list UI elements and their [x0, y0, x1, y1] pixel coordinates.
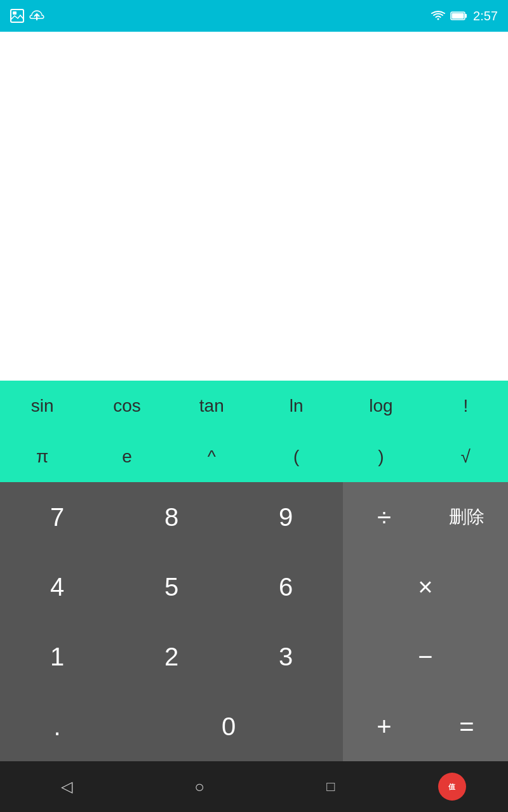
- btn-delete[interactable]: 删除: [425, 482, 508, 552]
- num-row-789: 7 8 9: [0, 482, 343, 552]
- svg-rect-0: [11, 10, 23, 22]
- btn-divide[interactable]: ÷: [343, 482, 425, 552]
- btn-8[interactable]: 8: [114, 482, 229, 552]
- log-button[interactable]: log: [338, 381, 423, 431]
- upload-icon: [29, 9, 44, 23]
- num-main-section: 7 8 9 4 5 6 1 2 3 . 0: [0, 482, 343, 761]
- ln-button[interactable]: ln: [254, 381, 338, 431]
- home-icon: [194, 777, 204, 797]
- svg-rect-4: [465, 14, 467, 18]
- gallery-icon: [10, 9, 24, 23]
- e-button[interactable]: e: [84, 431, 169, 482]
- scientific-keyboard: sin cos tan ln log ! π e ^ ( ) √: [0, 381, 508, 482]
- battery-icon: [450, 11, 468, 21]
- svg-rect-1: [13, 11, 17, 15]
- num-row-multiply: ×: [343, 552, 508, 622]
- recents-icon: [326, 778, 335, 795]
- back-icon: [61, 778, 72, 796]
- num-row-subtract: −: [343, 622, 508, 691]
- rparen-button[interactable]: ): [338, 431, 423, 482]
- sqrt-button[interactable]: √: [424, 431, 508, 482]
- btn-6[interactable]: 6: [229, 552, 343, 622]
- svg-rect-5: [452, 13, 464, 19]
- btn-dot[interactable]: .: [0, 691, 114, 761]
- btn-equals[interactable]: =: [425, 691, 508, 761]
- status-bar: 2:57: [0, 0, 508, 32]
- num-row-div-del: ÷ 删除: [343, 482, 508, 552]
- btn-4[interactable]: 4: [0, 552, 114, 622]
- brand-watermark: 值: [438, 773, 466, 801]
- factorial-button[interactable]: !: [424, 381, 508, 431]
- recents-button[interactable]: [307, 772, 354, 801]
- btn-2[interactable]: 2: [114, 622, 229, 691]
- tan-button[interactable]: tan: [170, 381, 254, 431]
- power-button[interactable]: ^: [170, 431, 254, 482]
- btn-5[interactable]: 5: [114, 552, 229, 622]
- btn-3[interactable]: 3: [229, 622, 343, 691]
- back-button[interactable]: [42, 771, 91, 802]
- cos-button[interactable]: cos: [84, 381, 169, 431]
- pi-button[interactable]: π: [0, 431, 84, 482]
- brand-text: 值: [448, 782, 455, 792]
- scientific-row-2: π e ^ ( ) √: [0, 431, 508, 482]
- btn-add[interactable]: +: [343, 691, 425, 761]
- wifi-icon: [431, 10, 445, 22]
- num-row-456: 4 5 6: [0, 552, 343, 622]
- num-row-add-eq: + =: [343, 691, 508, 761]
- btn-7[interactable]: 7: [0, 482, 114, 552]
- home-button[interactable]: [175, 771, 224, 803]
- btn-1[interactable]: 1: [0, 622, 114, 691]
- lparen-button[interactable]: (: [254, 431, 338, 482]
- display-area: [0, 32, 508, 381]
- btn-9[interactable]: 9: [229, 482, 343, 552]
- sin-button[interactable]: sin: [0, 381, 84, 431]
- num-row-dot-0: . 0: [0, 691, 343, 761]
- btn-multiply[interactable]: ×: [343, 552, 508, 622]
- numpad-area: 7 8 9 4 5 6 1 2 3 . 0 ÷ 删除 ×: [0, 482, 508, 761]
- num-row-123: 1 2 3: [0, 622, 343, 691]
- clock-time: 2:57: [473, 9, 498, 23]
- num-ops-section: ÷ 删除 × − + =: [343, 482, 508, 761]
- nav-bar: 值: [0, 761, 508, 812]
- btn-0[interactable]: 0: [114, 691, 343, 761]
- scientific-row-1: sin cos tan ln log !: [0, 381, 508, 431]
- status-right-icons: 2:57: [431, 9, 498, 23]
- btn-subtract[interactable]: −: [343, 622, 508, 691]
- status-left-icons: [10, 9, 44, 23]
